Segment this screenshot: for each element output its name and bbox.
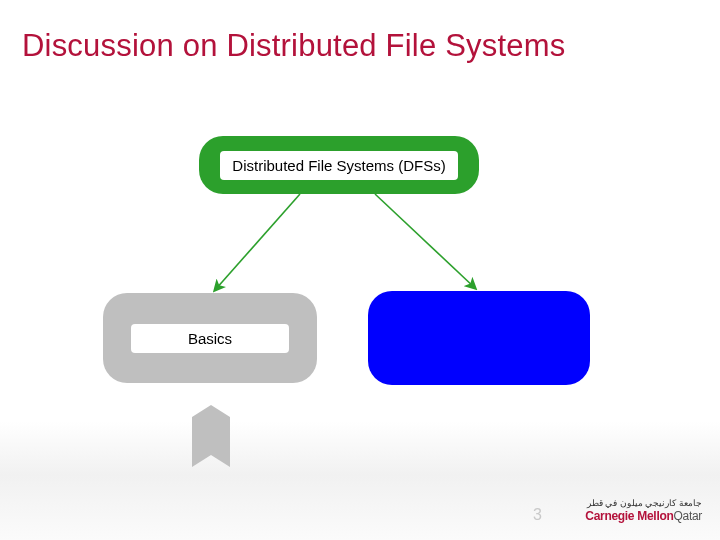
node-right	[368, 291, 590, 385]
arrow-to-left	[215, 194, 300, 290]
footer-arabic: جامعة كارنيجي ميلون في قطر	[587, 499, 702, 508]
arrow-to-right	[375, 194, 475, 288]
connector-arrows	[0, 0, 720, 540]
footer-brand: Carnegie MellonQatar	[585, 510, 702, 522]
ribbon-icon	[192, 405, 230, 467]
footer-logo: جامعة كارنيجي ميلون في قطر Carnegie Mell…	[547, 490, 702, 530]
node-root: Distributed File Systems (DFSs)	[199, 136, 479, 194]
footer-brand-name: Carnegie Mellon	[585, 509, 673, 523]
node-left-label: Basics	[131, 324, 289, 353]
footer-brand-suffix: Qatar	[673, 509, 702, 523]
page-title: Discussion on Distributed File Systems	[22, 28, 565, 64]
node-root-label: Distributed File Systems (DFSs)	[220, 151, 457, 180]
slide: Discussion on Distributed File Systems D…	[0, 0, 720, 540]
page-number: 3	[533, 506, 542, 524]
node-left: Basics	[103, 293, 317, 383]
